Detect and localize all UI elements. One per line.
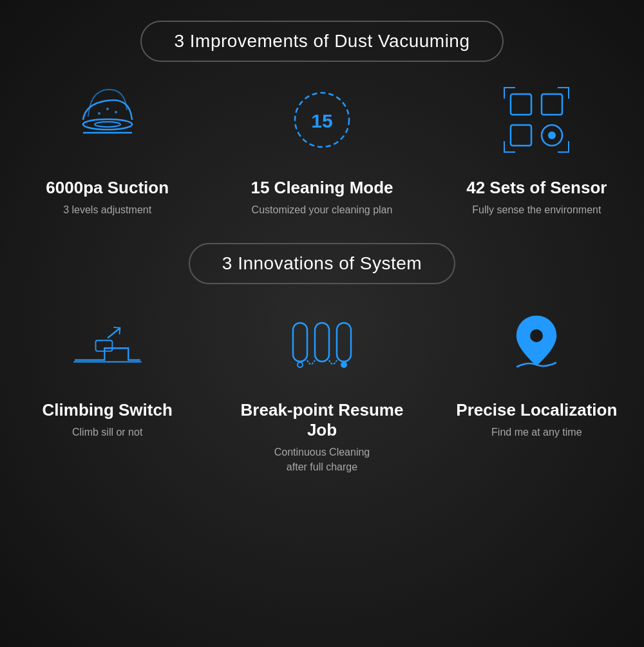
svg-rect-10 xyxy=(511,125,531,146)
mode-icon-area: 15 xyxy=(283,81,361,159)
svg-rect-9 xyxy=(542,94,562,115)
suction-title: 6000pa Suction xyxy=(46,178,169,198)
climb-subtitle: Climb sill or not xyxy=(72,425,142,439)
section2-badge: 3 Innovations of System xyxy=(189,243,455,284)
section-dust-vacuuming: 3 Improvements of Dust Vacuuming xyxy=(0,0,644,217)
mode-title: 15 Cleaning Mode xyxy=(251,178,393,198)
resume-title: Break-point Resume Job xyxy=(227,400,416,440)
resume-icon-area xyxy=(283,304,361,381)
section1-badge: 3 Improvements of Dust Vacuuming xyxy=(140,21,503,62)
suction-subtitle: 3 levels adjustment xyxy=(63,203,151,217)
svg-point-18 xyxy=(341,362,347,368)
mode-icon: 15 xyxy=(290,88,354,152)
sensor-icon-area xyxy=(498,81,575,159)
sensor-icon xyxy=(501,84,572,155)
svg-rect-17 xyxy=(337,323,351,362)
sensor-subtitle: Fully sense the environment xyxy=(472,203,601,217)
mode-subtitle: Customized your cleaning plan xyxy=(252,203,393,217)
resume-icon xyxy=(287,310,357,374)
svg-point-12 xyxy=(548,131,556,139)
locate-title: Precise Localization xyxy=(456,400,617,420)
feature-sensor: 42 Sets of Sensor Fully sense the enviro… xyxy=(430,81,644,217)
locate-subtitle: Find me at any time xyxy=(491,425,582,439)
section2-badge-container: 3 Innovations of System xyxy=(0,243,644,284)
svg-point-2 xyxy=(98,112,100,115)
climb-icon xyxy=(69,313,146,371)
svg-point-3 xyxy=(106,108,109,110)
svg-point-1 xyxy=(95,122,120,127)
locate-icon xyxy=(501,310,572,374)
svg-rect-15 xyxy=(293,323,307,362)
svg-point-4 xyxy=(115,111,117,113)
suction-icon-area xyxy=(69,81,146,159)
svg-point-0 xyxy=(83,119,132,130)
svg-text:15: 15 xyxy=(311,110,332,131)
svg-point-20 xyxy=(530,329,543,342)
resume-subtitle: Continuous Cleaning after full charge xyxy=(274,445,370,474)
climb-icon-area xyxy=(69,304,146,381)
feature-mode: 15 15 Cleaning Mode Customized your clea… xyxy=(214,81,429,217)
feature-resume: Break-point Resume Job Continuous Cleani… xyxy=(214,304,429,474)
feature-climb: Climbing Switch Climb sill or not xyxy=(0,304,214,439)
climb-title: Climbing Switch xyxy=(43,400,173,420)
svg-point-19 xyxy=(298,362,303,367)
section1-features-row: 6000pa Suction 3 levels adjustment 15 15… xyxy=(0,81,644,217)
svg-rect-16 xyxy=(315,323,329,362)
feature-suction: 6000pa Suction 3 levels adjustment xyxy=(0,81,214,217)
locate-icon-area xyxy=(498,304,575,381)
sensor-title: 42 Sets of Sensor xyxy=(466,178,607,198)
section2-features-row: Climbing Switch Climb sill or not xyxy=(0,304,644,474)
feature-locate: Precise Localization Find me at any time xyxy=(430,304,644,439)
svg-rect-8 xyxy=(511,94,531,115)
suction-icon xyxy=(72,84,143,155)
section-innovations: 3 Innovations of System Climbing Switch xyxy=(0,217,644,474)
section1-badge-container: 3 Improvements of Dust Vacuuming xyxy=(0,21,644,62)
